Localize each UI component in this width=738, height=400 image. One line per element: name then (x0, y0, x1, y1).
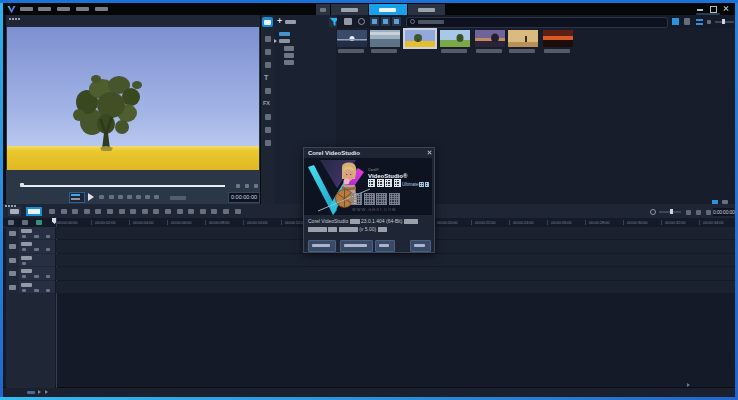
svg-text:Corel®: Corel® (368, 168, 379, 172)
